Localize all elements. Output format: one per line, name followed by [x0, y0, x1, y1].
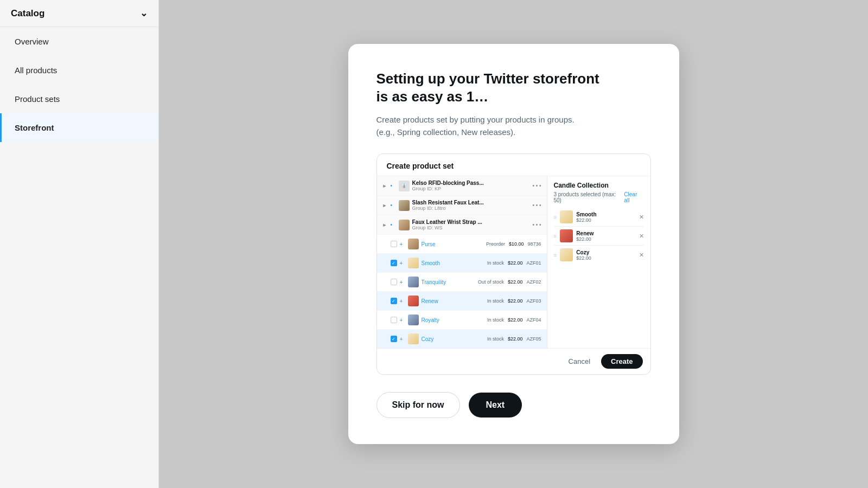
plus-icon: •	[391, 222, 396, 228]
selected-item: ≡ Cozy $22.00 ✕	[554, 246, 644, 264]
product-id: AZF02	[526, 279, 541, 285]
chevron-down-icon: ⌄	[140, 8, 148, 19]
drag-handle-icon: ≡	[554, 252, 557, 258]
modal-actions: Skip for now Next	[376, 392, 651, 418]
selected-product-image	[560, 248, 573, 261]
plus-icon: +	[400, 260, 405, 266]
table-row: + Tranquility Out of stock $22.00 AZF02	[377, 273, 547, 292]
selected-count: 3 products selected (max: 50) Clear all	[554, 191, 644, 203]
table-row: + Renew In stock $22.00 AZF03	[377, 292, 547, 311]
product-set-preview: Create product set ► • 👔 Kelso RFID-bloc…	[376, 153, 651, 375]
table-row: + Royalty In stock $22.00 AZF04	[377, 311, 547, 330]
product-price: $22.00	[508, 298, 523, 304]
product-price: $22.00	[508, 336, 523, 342]
product-list: ► • 👔 Kelso RFID-blocking Pass... Group …	[377, 176, 547, 348]
product-name: Renew	[422, 298, 483, 304]
product-price: $10.00	[509, 241, 524, 247]
product-id: AZF01	[526, 260, 541, 266]
group-id: Group ID: WS	[412, 225, 529, 230]
selected-product-name: Smooth	[576, 211, 635, 217]
row-checkbox[interactable]	[391, 241, 397, 247]
selected-panel: Candle Collection 3 products selected (m…	[547, 176, 650, 348]
product-image	[408, 277, 419, 287]
product-image: 👔	[399, 181, 410, 191]
preview-card-header: Create product set	[377, 154, 650, 176]
product-image	[408, 258, 419, 268]
sidebar-item-storefront[interactable]: Storefront	[0, 113, 158, 142]
row-checkbox[interactable]	[391, 336, 397, 342]
remove-item-button[interactable]: ✕	[639, 233, 644, 240]
product-status: In stock	[487, 298, 504, 304]
sidebar: Catalog ⌄ Overview All products Product …	[0, 0, 159, 488]
onboarding-modal: Setting up your Twitter storefront is as…	[348, 44, 679, 444]
sidebar-item-overview[interactable]: Overview	[0, 27, 158, 56]
row-checkbox[interactable]	[391, 279, 397, 285]
product-price: $22.00	[508, 260, 523, 266]
row-checkbox[interactable]	[391, 260, 397, 266]
product-status: Preorder	[486, 241, 505, 247]
product-image	[408, 296, 419, 306]
table-row: ► • 👔 Kelso RFID-blocking Pass... Group …	[377, 176, 547, 196]
expand-icon[interactable]: ►	[382, 203, 388, 208]
product-status: In stock	[487, 317, 504, 323]
sidebar-item-label: Storefront	[15, 123, 54, 132]
product-image	[408, 314, 419, 325]
table-row: + Cozy In stock $22.00 AZF05	[377, 330, 547, 348]
skip-for-now-button[interactable]: Skip for now	[376, 392, 460, 418]
product-price: $22.00	[508, 317, 523, 323]
group-name: Kelso RFID-blocking Pass...	[412, 180, 529, 186]
group-name: Slash Resistant Faux Leat...	[412, 200, 529, 206]
selected-product-price: $22.00	[576, 236, 635, 242]
preview-footer: Cancel Create	[377, 348, 650, 374]
selected-product-name: Cozy	[576, 249, 635, 255]
plus-icon: •	[391, 202, 396, 208]
sidebar-item-label: Product sets	[15, 94, 60, 104]
product-status: In stock	[487, 336, 504, 342]
remove-item-button[interactable]: ✕	[639, 252, 644, 259]
selected-product-price: $22.00	[576, 255, 635, 261]
product-status: In stock	[487, 260, 504, 266]
product-name: Cozy	[422, 336, 483, 342]
selected-product-name: Renew	[576, 230, 635, 236]
expand-icon[interactable]: ►	[382, 222, 388, 228]
product-image	[399, 220, 410, 230]
selected-item: ≡ Renew $22.00 ✕	[554, 227, 644, 246]
table-row: + Smooth In stock $22.00 AZF01	[377, 254, 547, 273]
plus-icon: +	[400, 279, 405, 285]
group-id: Group ID: KP	[412, 186, 529, 191]
expand-icon[interactable]: ►	[382, 183, 388, 189]
selected-panel-title: Candle Collection	[554, 182, 644, 189]
plus-icon: +	[400, 336, 405, 342]
sidebar-item-product-sets[interactable]: Product sets	[0, 85, 158, 113]
product-status: Out of stock	[478, 279, 504, 285]
product-name: Royalty	[422, 317, 483, 323]
product-name: Smooth	[422, 260, 483, 266]
product-name: Purse	[422, 241, 482, 247]
drag-handle-icon: ≡	[554, 214, 557, 220]
group-id: Group ID: L8tro	[412, 206, 529, 211]
main-content: Setting up your Twitter storefront is as…	[159, 0, 868, 488]
sidebar-item-label: Overview	[15, 37, 49, 46]
remove-item-button[interactable]: ✕	[639, 214, 644, 221]
product-image	[408, 239, 419, 249]
modal-title: Setting up your Twitter storefront is as…	[376, 70, 651, 105]
sidebar-item-all-products[interactable]: All products	[0, 56, 158, 85]
selected-item: ≡ Smooth $22.00 ✕	[554, 208, 644, 227]
plus-icon: +	[400, 298, 405, 304]
create-button[interactable]: Create	[601, 354, 642, 369]
catalog-menu[interactable]: Catalog ⌄	[0, 0, 158, 27]
product-id: AZF04	[526, 317, 541, 323]
clear-all-button[interactable]: Clear all	[624, 191, 643, 203]
selected-product-image	[560, 210, 573, 223]
sidebar-item-label: All products	[15, 66, 57, 75]
next-button[interactable]: Next	[469, 393, 522, 418]
row-checkbox[interactable]	[391, 298, 397, 304]
catalog-label: Catalog	[11, 8, 44, 19]
product-id: AZF03	[526, 298, 541, 304]
plus-icon: •	[391, 183, 396, 189]
selected-product-price: $22.00	[576, 217, 635, 223]
drag-handle-icon: ≡	[554, 233, 557, 239]
cancel-button[interactable]: Cancel	[563, 354, 596, 369]
plus-icon: +	[400, 317, 405, 323]
row-checkbox[interactable]	[391, 317, 397, 323]
